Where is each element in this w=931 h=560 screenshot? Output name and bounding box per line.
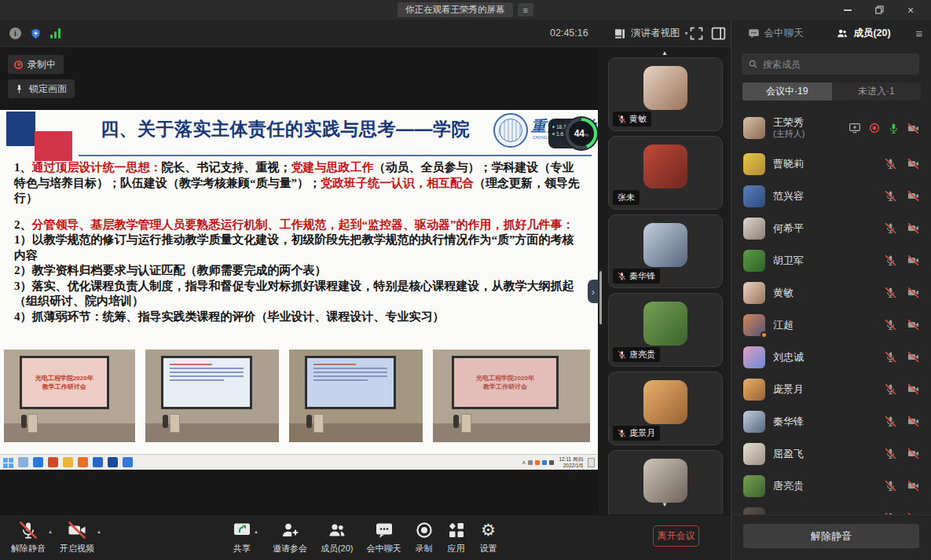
mic-muted-icon[interactable] [885,415,896,427]
toolbar-invite-button[interactable]: 邀请参会 [273,521,307,555]
search-input[interactable] [763,59,913,70]
member-name: 江超 [773,319,877,331]
recording-status-label: 录制中 [27,58,56,71]
video-thumbnail[interactable]: 唐亮贵 [608,293,723,367]
member-row[interactable]: 何希平 [731,212,931,244]
toolbar-share-screen-button[interactable]: 共享 [233,521,251,555]
camera-muted-icon[interactable] [907,287,920,298]
member-row[interactable]: 范兴容 [731,180,931,212]
mic-muted-icon[interactable] [885,383,896,395]
tab-members[interactable]: 成员(20) [819,20,907,47]
restore-button[interactable] [863,0,895,20]
camera-muted-icon[interactable] [907,415,920,427]
toolbar-members-label: 成员(20) [321,543,354,555]
panel-unmute-button[interactable]: 解除静音 [743,524,919,548]
camera-muted-icon[interactable] [907,158,920,170]
podium [27,414,38,433]
member-row[interactable]: 秦华锋 [731,405,931,437]
mic-muted-icon[interactable] [885,287,896,298]
taskbar-app-icon [108,457,118,467]
member-row[interactable]: 曹晓莉 [731,148,931,180]
venue-photo [145,350,279,442]
caret-up-icon[interactable]: ▲ [48,529,53,534]
triangle-down-icon: ▼ [662,501,668,508]
camera-muted-icon[interactable] [907,319,920,331]
thumb-scroll-up[interactable]: ▲ [599,49,731,57]
member-row[interactable] [731,502,931,514]
person-add-icon [280,521,299,540]
mic-muted-icon[interactable] [885,190,896,202]
mic-muted-icon[interactable] [885,319,896,331]
meeting-info-icon[interactable]: i [9,27,21,39]
side-panel-toggle-button[interactable] [710,25,727,42]
toolbar-start-video-button[interactable]: 开启视频 [60,521,94,555]
minimize-button[interactable] [832,0,863,20]
mic-muted-icon[interactable] [885,351,896,363]
camera-muted-icon[interactable] [907,480,920,492]
caret-up-icon[interactable]: ▲ [254,529,258,534]
member-row[interactable]: 刘忠诚 [731,341,931,373]
panel-more-button[interactable]: ≡ [907,20,931,47]
video-thumbnail[interactable]: 秦华锋 [608,214,723,288]
member-name: 唐亮贵 [773,480,877,492]
tab-members-label: 成员(20) [853,27,890,40]
mic-on-icon[interactable] [888,123,900,134]
titlebar-menu-button[interactable]: ≡ [518,3,533,16]
speaker-figure [21,415,27,428]
tray-icon [528,460,533,465]
toolbar-unmute-button[interactable]: 解除静音 [11,521,46,555]
tab-in-meeting[interactable]: 会议中·19 [742,82,832,101]
camera-muted-icon[interactable] [907,190,920,202]
toolbar-chat-label: 会中聊天 [367,543,401,555]
participant-name: 黄敏 [629,113,647,125]
member-row[interactable]: 庞景月 [731,373,931,405]
member-row[interactable]: 唐亮贵 [731,470,931,502]
leave-meeting-button[interactable]: 离开会议 [653,525,699,547]
caret-up-icon[interactable]: ▲ [97,529,101,534]
video-thumbnail[interactable]: 张未 [608,136,723,210]
mic-muted-icon[interactable] [885,158,896,170]
performance-monitor-widget: 18.7KB/s 1.6 44% [548,116,599,151]
mic-muted-icon[interactable] [885,222,896,234]
camera-muted-icon[interactable] [907,383,920,395]
recording-status-badge[interactable]: 录制中 [8,55,64,74]
toolbar-apps-button[interactable]: 应用 [447,521,466,555]
thumbnail-scrollbar[interactable] [599,271,602,324]
lock-view-button[interactable]: 锁定画面 [8,79,75,98]
view-mode-dropdown[interactable]: 演讲者视图 ▾ [614,20,688,47]
mic-muted-icon[interactable] [885,254,896,266]
fullscreen-button[interactable] [688,25,705,42]
member-row[interactable]: 黄敏 [731,276,931,309]
toolbar-settings-label: 设置 [480,543,497,555]
member-row[interactable]: 王荣秀(主持人) [731,108,931,148]
network-signal-icon[interactable] [50,28,60,38]
camera-muted-icon[interactable] [907,254,920,266]
mic-muted-icon[interactable] [885,448,896,459]
mic-muted-icon[interactable] [885,480,896,492]
tab-not-joined[interactable]: 未进入·1 [832,82,922,101]
tab-chat[interactable]: 会中聊天 [731,20,819,47]
camera-muted-icon[interactable] [907,351,920,363]
member-row[interactable]: 胡卫军 [731,244,931,276]
record-icon [415,521,434,540]
toolbar-members-button[interactable]: 成员(20) [321,521,354,555]
camera-muted-icon[interactable] [907,123,920,134]
expand-thumbnails-button[interactable]: › [588,280,599,303]
member-search-box[interactable] [742,53,919,75]
thumb-scroll-down[interactable]: ▼ [599,501,731,508]
shared-screen-area: 录制中 锁定画面 四、关于落实主体责任的实践与思考——学院 重庆大学 CHONG… [0,47,599,514]
security-shield-icon[interactable] [30,27,42,40]
close-button[interactable]: × [895,0,926,20]
video-thumbnail[interactable]: 庞景月 [608,372,723,445]
member-name: 庞景月 [773,383,877,395]
member-row[interactable]: 江超 [731,309,931,341]
gear-icon: ⚙ [479,521,498,540]
camera-muted-icon[interactable] [907,448,920,459]
video-thumbnail[interactable]: 黄敏 [608,57,723,131]
participant-name-chip: 秦华锋 [613,269,660,284]
toolbar-chat-button[interactable]: 会中聊天 [367,521,401,555]
toolbar-record-button[interactable]: 录制 [415,521,434,555]
toolbar-settings-button[interactable]: ⚙ 设置 [479,521,498,555]
camera-muted-icon[interactable] [907,222,920,234]
member-row[interactable]: 屈盈飞 [731,437,931,470]
